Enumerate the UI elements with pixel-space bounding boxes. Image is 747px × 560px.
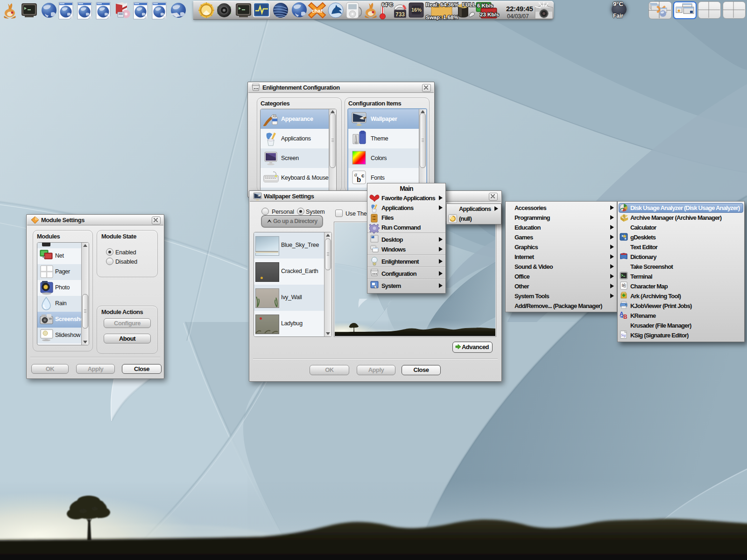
svg-text:64°C: 64°C bbox=[382, 2, 393, 7]
svg-text:chat: chat bbox=[312, 8, 323, 14]
svg-text:22:49:45: 22:49:45 bbox=[506, 5, 533, 13]
svg-text:B: B bbox=[623, 314, 627, 320]
svg-text:Swap: 1.68%: Swap: 1.68% bbox=[426, 14, 458, 20]
svg-text:c: c bbox=[361, 173, 365, 179]
svg-text:6 Kb/s: 6 Kb/s bbox=[477, 3, 493, 8]
svg-text:04/03/07: 04/03/07 bbox=[507, 13, 529, 20]
svg-text:Real: 64.36%: Real: 64.36% bbox=[426, 2, 458, 7]
svg-text:哈: 哈 bbox=[622, 283, 627, 288]
svg-text:b: b bbox=[357, 175, 361, 183]
svg-text:733: 733 bbox=[395, 11, 405, 18]
svg-text:Sig: Sig bbox=[621, 333, 626, 337]
svg-text:16%: 16% bbox=[411, 7, 422, 13]
svg-text:23 Kb/s: 23 Kb/s bbox=[480, 12, 499, 17]
svg-text:FULL: FULL bbox=[462, 2, 476, 7]
